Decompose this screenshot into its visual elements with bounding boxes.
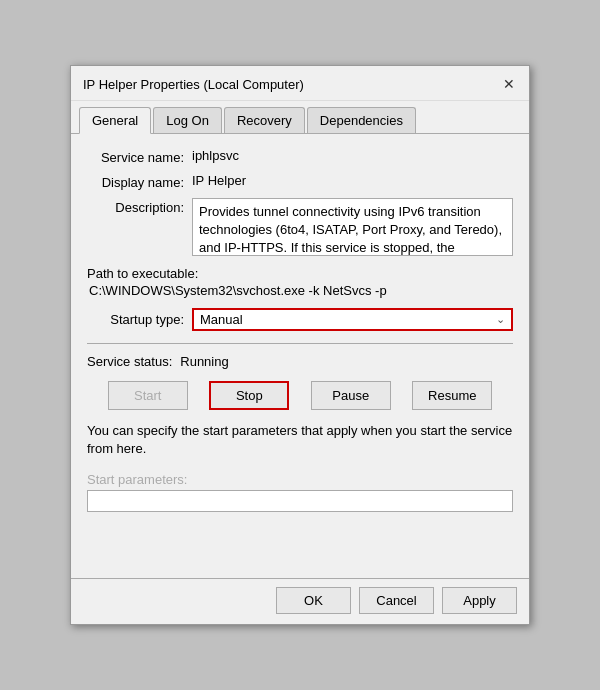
- service-name-value: iphlpsvc: [192, 148, 513, 163]
- service-status-label: Service status:: [87, 354, 172, 369]
- service-name-row: Service name: iphlpsvc: [87, 148, 513, 165]
- tab-content: Service name: iphlpsvc Display name: IP …: [71, 134, 529, 568]
- pause-button[interactable]: Pause: [311, 381, 391, 410]
- description-value: Provides tunnel connectivity using IPv6 …: [192, 198, 513, 256]
- apply-button[interactable]: Apply: [442, 587, 517, 614]
- tab-recovery[interactable]: Recovery: [224, 107, 305, 133]
- resume-button[interactable]: Resume: [412, 381, 492, 410]
- service-buttons-row: Start Stop Pause Resume: [87, 381, 513, 410]
- startup-type-row: Startup type: Manual ⌄: [87, 308, 513, 331]
- path-label: Path to executable:: [87, 266, 513, 281]
- close-button[interactable]: ✕: [499, 74, 519, 94]
- tab-logon[interactable]: Log On: [153, 107, 222, 133]
- window-title: IP Helper Properties (Local Computer): [83, 77, 304, 92]
- description-row: Description: Provides tunnel connectivit…: [87, 198, 513, 256]
- cancel-button[interactable]: Cancel: [359, 587, 434, 614]
- dialog-window: IP Helper Properties (Local Computer) ✕ …: [70, 65, 530, 625]
- tab-general[interactable]: General: [79, 107, 151, 134]
- service-status-value: Running: [180, 354, 228, 369]
- stop-button[interactable]: Stop: [209, 381, 289, 410]
- service-status-row: Service status: Running: [87, 354, 513, 369]
- startup-type-select[interactable]: Manual ⌄: [192, 308, 513, 331]
- path-section: Path to executable: C:\WINDOWS\System32\…: [87, 266, 513, 298]
- startup-type-label: Startup type:: [87, 312, 192, 327]
- startup-type-value: Manual: [200, 312, 243, 327]
- description-label: Description:: [87, 198, 192, 215]
- divider-1: [87, 343, 513, 344]
- info-text: You can specify the start parameters tha…: [87, 422, 513, 458]
- service-name-label: Service name:: [87, 148, 192, 165]
- start-params-input[interactable]: [87, 490, 513, 512]
- ok-button[interactable]: OK: [276, 587, 351, 614]
- chevron-down-icon: ⌄: [496, 313, 505, 326]
- display-name-label: Display name:: [87, 173, 192, 190]
- display-name-row: Display name: IP Helper: [87, 173, 513, 190]
- start-params-section: Start parameters:: [87, 472, 513, 512]
- display-name-value: IP Helper: [192, 173, 513, 188]
- title-bar: IP Helper Properties (Local Computer) ✕: [71, 66, 529, 101]
- path-value: C:\WINDOWS\System32\svchost.exe -k NetSv…: [87, 283, 513, 298]
- tab-dependencies[interactable]: Dependencies: [307, 107, 416, 133]
- footer: OK Cancel Apply: [71, 579, 529, 624]
- start-button[interactable]: Start: [108, 381, 188, 410]
- start-params-label: Start parameters:: [87, 472, 187, 487]
- tab-bar: General Log On Recovery Dependencies: [71, 101, 529, 134]
